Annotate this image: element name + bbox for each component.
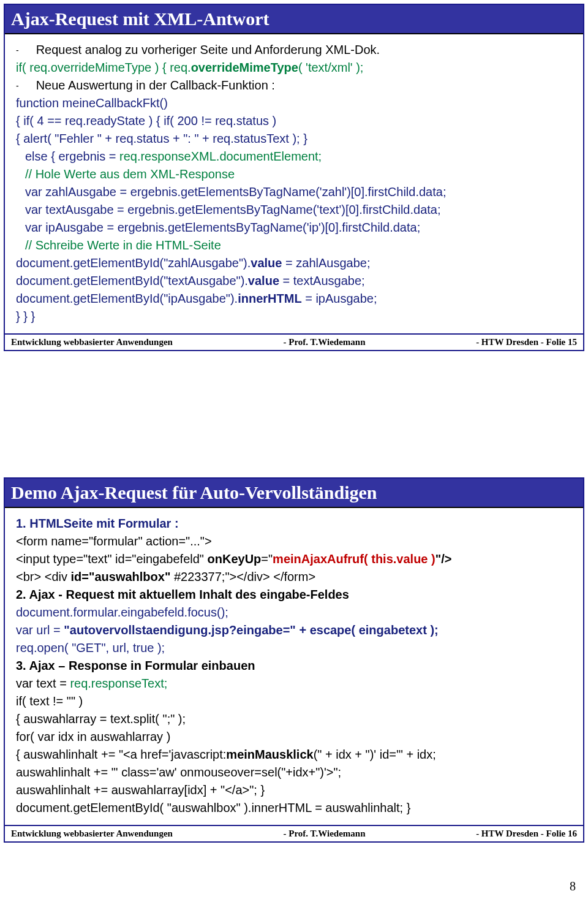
code-line: else { ergebnis = req.responseXML.docume… xyxy=(25,148,572,165)
code-bold: "autovervollstaendigung.jsp?eingabe=" + … xyxy=(64,623,438,637)
code-part: <br> <div xyxy=(16,570,71,583)
code-part: = textAusgabe; xyxy=(279,274,365,287)
page-number: 8 xyxy=(0,879,576,893)
code-line: var zahlAusgabe = ergebnis.getElementsBy… xyxy=(25,184,572,200)
code-line: <br> <div id="auswahlbox" #223377;"></di… xyxy=(16,569,572,585)
slide-footer: Entwicklung webbasierter Anwendungen - P… xyxy=(5,826,583,841)
slide-title: Demo Ajax-Request für Auto-Vervollständi… xyxy=(5,479,583,508)
code-line: if( req.overrideMimeType ) { req.overrid… xyxy=(16,59,572,76)
footer-right: - HTW Dresden - Folie 16 xyxy=(476,829,577,839)
code-part: else { ergebnis = xyxy=(25,150,119,163)
section-heading: 3. Ajax – Response in Formular einbauen xyxy=(16,658,572,674)
slide-2: Demo Ajax-Request für Auto-Vervollständi… xyxy=(4,477,584,843)
code-line: var text = req.responseText; xyxy=(16,675,572,692)
code-line: req.open( "GET", url, true ); xyxy=(16,640,572,656)
code-part: <input type="text" id="eingabefeld" xyxy=(16,552,208,566)
slide-title: Ajax-Request mit XML-Antwort xyxy=(5,5,583,34)
code-line: { auswahlarray = text.split( ";" ); xyxy=(16,711,572,727)
code-part: =" xyxy=(261,552,273,566)
code-line: auswahlinhalt += "' class='aw' onmouseov… xyxy=(16,764,572,781)
code-line: <input type="text" id="eingabefeld" onKe… xyxy=(16,551,572,567)
code-line: { alert( "Fehler " + req.status + ": " +… xyxy=(16,131,572,147)
code-line: } } } xyxy=(16,308,572,325)
comment-line: // Hole Werte aus dem XML-Response xyxy=(25,166,572,183)
slide-1: Ajax-Request mit XML-Antwort Request ana… xyxy=(4,4,584,351)
footer-left: Entwicklung webbasierter Anwendungen xyxy=(11,829,173,839)
section-heading: 2. Ajax - Request mit aktuellem Inhalt d… xyxy=(16,586,572,603)
code-part: { auswahlinhalt += "<a href='javascript: xyxy=(16,748,226,761)
code-line: <form name="formular" action="..."> xyxy=(16,533,572,550)
code-part: if( req.overrideMimeType ) { req. xyxy=(16,61,191,74)
code-line: if( text != "" ) xyxy=(16,693,572,710)
code-part: (" + idx + ")' id='" + idx; xyxy=(314,748,436,761)
code-line: var url = "autovervollstaendigung.jsp?ei… xyxy=(16,622,572,639)
code-bold: id="auswahlbox" xyxy=(71,570,171,583)
footer-mid: - Prof. T.Wiedemann xyxy=(284,337,366,347)
code-bold: "/> xyxy=(435,552,452,566)
code-line: for( var idx in auswahlarray ) xyxy=(16,729,572,745)
code-part: #223377;"></div> </form> xyxy=(170,570,315,583)
code-line: document.formular.eingabefeld.focus(); xyxy=(16,604,572,621)
code-line: var ipAusgabe = ergebnis.getElementsByTa… xyxy=(25,219,572,236)
slide-body: Request analog zu vorheriger Seite und A… xyxy=(5,34,583,330)
footer-left: Entwicklung webbasierter Anwendungen xyxy=(11,337,173,347)
slide-body: 1. HTMLSeite mit Formular : <form name="… xyxy=(5,508,583,821)
code-part: = zahlAusgabe; xyxy=(282,256,370,270)
code-bold: innerHTML xyxy=(238,292,301,305)
code-line: function meineCallbackFkt() xyxy=(16,95,572,112)
code-line: var textAusgabe = ergebnis.getElementsBy… xyxy=(25,202,572,218)
code-line: { auswahlinhalt += "<a href='javascript:… xyxy=(16,746,572,763)
code-line: document.getElementById("textAusgabe").v… xyxy=(16,273,572,289)
comment-line: // Schreibe Werte in die HTML-Seite xyxy=(25,237,572,254)
code-bold: value xyxy=(251,256,282,270)
code-line: document.getElementById("ipAusgabe").inn… xyxy=(16,290,572,307)
code-part: document.getElementById("zahlAusgabe"). xyxy=(16,256,251,270)
code-line: document.getElementById("zahlAusgabe").v… xyxy=(16,255,572,271)
code-bold: onKeyUp xyxy=(208,552,262,566)
code-part: var url = xyxy=(16,623,64,637)
code-part: document.getElementById("ipAusgabe"). xyxy=(16,292,238,305)
slide-footer: Entwicklung webbasierter Anwendungen - P… xyxy=(5,335,583,350)
code-part: = ipAusgabe; xyxy=(302,292,377,305)
code-part: document.getElementById("textAusgabe"). xyxy=(16,274,248,287)
code-highlight: overrideMimeType xyxy=(191,61,298,74)
text-line: Request analog zu vorheriger Seite und A… xyxy=(16,42,572,58)
code-green: req.responseText; xyxy=(70,677,167,690)
code-part: ( 'text/xml' ); xyxy=(298,61,364,74)
code-line: document.getElementById( "auswahlbox" ).… xyxy=(16,800,572,816)
footer-right: - HTW Dresden - Folie 15 xyxy=(476,337,577,347)
code-bold: value xyxy=(248,274,279,287)
code-part: var text = xyxy=(16,677,70,690)
section-heading: 1. HTMLSeite mit Formular : xyxy=(16,515,572,532)
footer-mid: - Prof. T.Wiedemann xyxy=(284,829,366,839)
text-line: Neue Auswertung in der Callback-Funktion… xyxy=(16,77,572,94)
code-line: { if( 4 == req.readyState ) { if( 200 !=… xyxy=(16,113,572,129)
code-highlight: req.responseXML.documentElement; xyxy=(119,150,322,163)
code-red: meinAjaxAufruf( this.value ) xyxy=(273,552,435,566)
code-line: auswahlinhalt += auswahlarray[idx] + "</… xyxy=(16,782,572,799)
code-bold: meinMausklick xyxy=(226,748,313,761)
